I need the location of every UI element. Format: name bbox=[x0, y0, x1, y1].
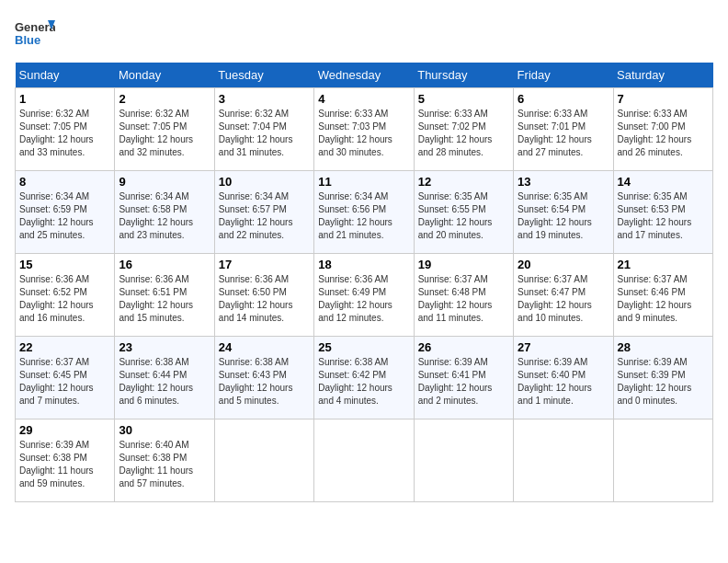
day-cell bbox=[613, 419, 712, 502]
day-number: 23 bbox=[119, 340, 210, 354]
day-cell: 25 Sunrise: 6:38 AMSunset: 6:42 PMDaylig… bbox=[314, 337, 414, 419]
day-number: 24 bbox=[219, 340, 310, 354]
day-cell bbox=[314, 419, 414, 502]
day-info: Sunrise: 6:37 AMSunset: 6:45 PMDaylight:… bbox=[19, 357, 94, 406]
day-cell: 26 Sunrise: 6:39 AMSunset: 6:41 PMDaylig… bbox=[414, 337, 513, 419]
day-cell: 24 Sunrise: 6:38 AMSunset: 6:43 PMDaylig… bbox=[214, 337, 313, 419]
day-info: Sunrise: 6:38 AMSunset: 6:42 PMDaylight:… bbox=[318, 357, 392, 406]
day-number: 1 bbox=[19, 92, 110, 106]
day-cell bbox=[514, 419, 613, 502]
week-row-2: 8 Sunrise: 6:34 AMSunset: 6:59 PMDayligh… bbox=[16, 171, 713, 254]
day-number: 25 bbox=[318, 340, 409, 354]
day-cell: 15 Sunrise: 6:36 AMSunset: 6:52 PMDaylig… bbox=[16, 254, 115, 337]
day-info: Sunrise: 6:35 AMSunset: 6:54 PMDaylight:… bbox=[518, 191, 592, 240]
day-cell: 29 Sunrise: 6:39 AMSunset: 6:38 PMDaylig… bbox=[16, 419, 115, 502]
day-info: Sunrise: 6:33 AMSunset: 7:03 PMDaylight:… bbox=[318, 109, 392, 157]
day-number: 30 bbox=[119, 423, 210, 437]
day-info: Sunrise: 6:32 AMSunset: 7:04 PMDaylight:… bbox=[219, 109, 293, 157]
col-header-saturday: Saturday bbox=[613, 63, 712, 88]
day-cell: 27 Sunrise: 6:39 AMSunset: 6:40 PMDaylig… bbox=[514, 337, 613, 419]
week-row-4: 22 Sunrise: 6:37 AMSunset: 6:45 PMDaylig… bbox=[16, 337, 713, 419]
col-header-thursday: Thursday bbox=[414, 63, 513, 88]
header-row: SundayMondayTuesdayWednesdayThursdayFrid… bbox=[16, 63, 713, 88]
day-number: 6 bbox=[518, 92, 609, 106]
day-number: 26 bbox=[418, 340, 509, 354]
day-cell: 11 Sunrise: 6:34 AMSunset: 6:56 PMDaylig… bbox=[314, 171, 414, 254]
day-number: 18 bbox=[318, 258, 409, 271]
day-cell: 20 Sunrise: 6:37 AMSunset: 6:47 PMDaylig… bbox=[514, 254, 613, 337]
day-number: 5 bbox=[418, 92, 509, 106]
day-cell: 1 Sunrise: 6:32 AMSunset: 7:05 PMDayligh… bbox=[16, 88, 115, 171]
day-number: 3 bbox=[219, 92, 310, 106]
day-cell bbox=[414, 419, 513, 502]
col-header-friday: Friday bbox=[514, 63, 613, 88]
day-info: Sunrise: 6:36 AMSunset: 6:52 PMDaylight:… bbox=[19, 274, 94, 323]
week-row-5: 29 Sunrise: 6:39 AMSunset: 6:38 PMDaylig… bbox=[16, 419, 713, 502]
day-cell: 14 Sunrise: 6:35 AMSunset: 6:53 PMDaylig… bbox=[613, 171, 712, 254]
day-info: Sunrise: 6:32 AMSunset: 7:05 PMDaylight:… bbox=[19, 109, 94, 157]
day-number: 14 bbox=[618, 175, 709, 189]
day-number: 7 bbox=[618, 92, 709, 106]
day-cell: 21 Sunrise: 6:37 AMSunset: 6:46 PMDaylig… bbox=[613, 254, 712, 337]
day-number: 19 bbox=[418, 258, 509, 271]
day-info: Sunrise: 6:39 AMSunset: 6:39 PMDaylight:… bbox=[618, 357, 692, 406]
day-info: Sunrise: 6:37 AMSunset: 6:48 PMDaylight:… bbox=[418, 274, 493, 323]
day-info: Sunrise: 6:36 AMSunset: 6:51 PMDaylight:… bbox=[119, 274, 193, 323]
calendar-table: SundayMondayTuesdayWednesdayThursdayFrid… bbox=[15, 63, 713, 502]
day-number: 17 bbox=[219, 258, 310, 271]
day-cell: 6 Sunrise: 6:33 AMSunset: 7:01 PMDayligh… bbox=[514, 88, 613, 171]
day-number: 21 bbox=[618, 258, 709, 271]
day-info: Sunrise: 6:32 AMSunset: 7:05 PMDaylight:… bbox=[119, 109, 193, 157]
day-info: Sunrise: 6:38 AMSunset: 6:43 PMDaylight:… bbox=[219, 357, 293, 406]
day-info: Sunrise: 6:39 AMSunset: 6:41 PMDaylight:… bbox=[418, 357, 493, 406]
day-cell: 13 Sunrise: 6:35 AMSunset: 6:54 PMDaylig… bbox=[514, 171, 613, 254]
day-number: 29 bbox=[19, 423, 110, 437]
day-cell: 5 Sunrise: 6:33 AMSunset: 7:02 PMDayligh… bbox=[414, 88, 513, 171]
day-info: Sunrise: 6:39 AMSunset: 6:38 PMDaylight:… bbox=[19, 440, 94, 488]
day-number: 13 bbox=[518, 175, 609, 189]
day-number: 8 bbox=[19, 175, 110, 189]
day-cell: 12 Sunrise: 6:35 AMSunset: 6:55 PMDaylig… bbox=[414, 171, 513, 254]
day-cell: 3 Sunrise: 6:32 AMSunset: 7:04 PMDayligh… bbox=[214, 88, 313, 171]
day-info: Sunrise: 6:35 AMSunset: 6:55 PMDaylight:… bbox=[418, 191, 493, 240]
day-info: Sunrise: 6:38 AMSunset: 6:44 PMDaylight:… bbox=[119, 357, 193, 406]
day-cell: 28 Sunrise: 6:39 AMSunset: 6:39 PMDaylig… bbox=[613, 337, 712, 419]
day-info: Sunrise: 6:34 AMSunset: 6:56 PMDaylight:… bbox=[318, 191, 392, 240]
day-number: 28 bbox=[618, 340, 709, 354]
day-info: Sunrise: 6:33 AMSunset: 7:02 PMDaylight:… bbox=[418, 109, 493, 157]
day-info: Sunrise: 6:34 AMSunset: 6:57 PMDaylight:… bbox=[219, 191, 293, 240]
day-cell: 23 Sunrise: 6:38 AMSunset: 6:44 PMDaylig… bbox=[115, 337, 214, 419]
day-cell: 18 Sunrise: 6:36 AMSunset: 6:49 PMDaylig… bbox=[314, 254, 414, 337]
day-cell: 16 Sunrise: 6:36 AMSunset: 6:51 PMDaylig… bbox=[115, 254, 214, 337]
day-number: 22 bbox=[19, 340, 110, 354]
day-info: Sunrise: 6:33 AMSunset: 7:00 PMDaylight:… bbox=[618, 109, 692, 157]
logo: General Blue bbox=[15, 15, 55, 55]
day-cell: 10 Sunrise: 6:34 AMSunset: 6:57 PMDaylig… bbox=[214, 171, 313, 254]
col-header-sunday: Sunday bbox=[16, 63, 115, 88]
svg-text:Blue: Blue bbox=[15, 33, 40, 47]
logo-svg: General Blue bbox=[15, 15, 55, 55]
day-info: Sunrise: 6:34 AMSunset: 6:58 PMDaylight:… bbox=[119, 191, 193, 240]
day-cell: 19 Sunrise: 6:37 AMSunset: 6:48 PMDaylig… bbox=[414, 254, 513, 337]
day-cell: 4 Sunrise: 6:33 AMSunset: 7:03 PMDayligh… bbox=[314, 88, 414, 171]
day-number: 12 bbox=[418, 175, 509, 189]
day-info: Sunrise: 6:33 AMSunset: 7:01 PMDaylight:… bbox=[518, 109, 592, 157]
day-cell: 17 Sunrise: 6:36 AMSunset: 6:50 PMDaylig… bbox=[214, 254, 313, 337]
week-row-1: 1 Sunrise: 6:32 AMSunset: 7:05 PMDayligh… bbox=[16, 88, 713, 171]
day-number: 20 bbox=[518, 258, 609, 271]
day-info: Sunrise: 6:35 AMSunset: 6:53 PMDaylight:… bbox=[618, 191, 692, 240]
day-info: Sunrise: 6:37 AMSunset: 6:47 PMDaylight:… bbox=[518, 274, 592, 323]
week-row-3: 15 Sunrise: 6:36 AMSunset: 6:52 PMDaylig… bbox=[16, 254, 713, 337]
day-number: 16 bbox=[119, 258, 210, 271]
day-number: 9 bbox=[119, 175, 210, 189]
day-info: Sunrise: 6:36 AMSunset: 6:49 PMDaylight:… bbox=[318, 274, 392, 323]
day-number: 27 bbox=[518, 340, 609, 354]
day-number: 10 bbox=[219, 175, 310, 189]
col-header-tuesday: Tuesday bbox=[214, 63, 313, 88]
day-cell: 2 Sunrise: 6:32 AMSunset: 7:05 PMDayligh… bbox=[115, 88, 214, 171]
col-header-wednesday: Wednesday bbox=[314, 63, 414, 88]
day-info: Sunrise: 6:36 AMSunset: 6:50 PMDaylight:… bbox=[219, 274, 293, 323]
day-info: Sunrise: 6:34 AMSunset: 6:59 PMDaylight:… bbox=[19, 191, 94, 240]
day-cell bbox=[214, 419, 313, 502]
day-cell: 8 Sunrise: 6:34 AMSunset: 6:59 PMDayligh… bbox=[16, 171, 115, 254]
